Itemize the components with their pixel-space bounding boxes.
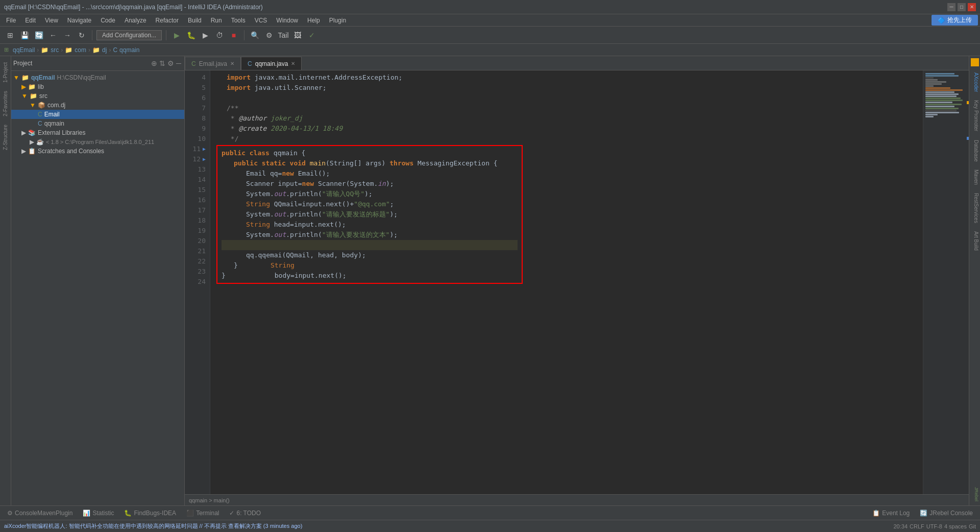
bottom-tab-todo[interactable]: ✓ 6: TODO [224, 507, 266, 519]
code-line-19: System. out .println( "请输入要发送的文本" ); [222, 230, 518, 240]
menu-edit[interactable]: Edit [21, 16, 40, 25]
menu-bar: File Edit View Navigate Code Analyze Ref… [0, 14, 980, 27]
editor-area: C Email.java ✕ C qqmain.java ✕ 4 5 6 7 8… [185, 56, 969, 505]
code-line-15: System. out .println( "请输入QQ号" ); [222, 189, 518, 199]
tree-item-scratches[interactable]: ▶ 📋 Scratches and Consoles [11, 147, 184, 156]
menu-run[interactable]: Run [207, 16, 226, 25]
panel-axcoder[interactable]: AXcoder [969, 68, 980, 96]
bottom-tab-consolemaven[interactable]: ⚙ ConsoleMavenPlugin [2, 507, 78, 519]
menu-view[interactable]: View [41, 16, 62, 25]
menu-plugin[interactable]: Plugin [325, 16, 350, 25]
menu-navigate[interactable]: Navigate [63, 16, 95, 25]
strip-project[interactable]: 1-Project [2, 58, 9, 87]
toolbar-project-button[interactable]: ⊞ [4, 29, 16, 41]
email-tab-close[interactable]: ✕ [230, 61, 234, 66]
tree-item-email[interactable]: C Email [11, 110, 184, 119]
sidebar-action-settings[interactable]: ⚙ [166, 58, 175, 68]
menu-vcs[interactable]: VCS [251, 16, 272, 25]
menu-tools[interactable]: Tools [227, 16, 250, 25]
menu-refactor[interactable]: Refactor [152, 16, 183, 25]
maximize-button[interactable]: □ [958, 3, 966, 11]
panel-database[interactable]: Database [969, 136, 980, 166]
close-button[interactable]: ✕ [968, 3, 976, 11]
settings-button[interactable]: ⚙ [263, 29, 275, 41]
bottom-tabs-bar: ⚙ ConsoleMavenPlugin 📊 Statistic 🐛 FindB… [0, 505, 980, 520]
tree-item-qqmain[interactable]: C qqmain [11, 119, 184, 128]
upload-button[interactable]: 🔷 抢先上传 [932, 15, 978, 26]
profile-button[interactable]: ⏱ [213, 29, 226, 41]
toolbar-recent-button[interactable]: ↻ [76, 29, 88, 41]
editor-tabs: C Email.java ✕ C qqmain.java ✕ [185, 56, 969, 70]
panel-jrebel-bottom[interactable]: JRebel [969, 483, 980, 505]
image-button[interactable]: 🖼 [291, 29, 304, 41]
consolemaven-label: ConsoleMavenPlugin [15, 510, 72, 517]
bottom-tab-terminal[interactable]: ⬛ Terminal [181, 507, 224, 519]
panel-maven[interactable]: Maven [969, 165, 980, 189]
breadcrumb-src[interactable]: src [51, 46, 59, 54]
stop-button[interactable]: ■ [228, 29, 240, 41]
strip-structure[interactable]: Z-Structure [2, 120, 9, 154]
breadcrumb-com[interactable]: com [75, 46, 86, 54]
toolbar-save-button[interactable]: 💾 [18, 29, 31, 41]
toolbar: ⊞ 💾 🔄 ← → ↻ Add Configuration... ▶ 🐛 ▶ ⏱… [0, 27, 980, 44]
menu-file[interactable]: File [2, 16, 20, 25]
breadcrumb-qqmain[interactable]: qqmain [119, 46, 139, 54]
bottom-breadcrumb: qqmain > main() [185, 494, 969, 505]
tree-item-jdk[interactable]: ▶ ☕ < 1.8 > C:\Program Files\Java\jdk1.8… [11, 137, 184, 147]
panel-rest-services[interactable]: RestServices [969, 189, 980, 227]
code-line-21: qq.qqemai(QQmail, head, body); [222, 250, 518, 260]
tree-item-extlibs[interactable]: ▶ 📚 External Libraries [11, 128, 184, 137]
sidebar-action-expand[interactable]: ⇅ [158, 58, 166, 68]
breadcrumb-file-icon: C [113, 46, 117, 54]
bottom-tab-statistic[interactable]: 📊 Statistic [78, 507, 119, 519]
toolbar-back-button[interactable]: ← [47, 29, 59, 41]
bottom-tab-findbugs[interactable]: 🐛 FindBugs-IDEA [119, 507, 181, 519]
status-bar: aiXcoder智能编程机器人: 智能代码补全功能在使用中遇到较高的网络延时问题… [0, 520, 980, 532]
jrebel-console-button[interactable]: 🔄 JRebel Console [915, 507, 978, 519]
tail-button[interactable]: Tail [277, 29, 289, 41]
menu-build[interactable]: Build [184, 16, 206, 25]
debug-button[interactable]: 🐛 [185, 29, 197, 41]
tree-item-lib[interactable]: ▶ 📁 lib [11, 82, 184, 91]
linenum-18: 18 [189, 215, 206, 226]
tree-item-comdj[interactable]: ▼ 📦 com.dj [11, 101, 184, 110]
tree-item-qqemail[interactable]: ▼ 📁 qqEmail H:\CSDN\qqEmail [11, 73, 184, 82]
run-with-coverage-button[interactable]: ▶ [199, 29, 211, 41]
run-button[interactable]: ▶ [170, 29, 183, 41]
tab-email[interactable]: C Email.java ✕ [185, 57, 241, 70]
tree-item-src[interactable]: ▼ 📁 src [11, 91, 184, 101]
tree-label-scratches: Scratches and Consoles [38, 148, 104, 155]
menu-help[interactable]: Help [303, 16, 324, 25]
sidebar-action-add[interactable]: ⊕ [150, 58, 158, 68]
tab-qqmain[interactable]: C qqmain.java ✕ [241, 57, 302, 70]
line-numbers: 4 5 6 7 8 9 10 11▶ 12▶ 13 14 15 16 17 18… [185, 70, 210, 494]
mini-line-12 [925, 95, 957, 97]
add-configuration-button[interactable]: Add Configuration... [96, 30, 162, 40]
linenum-11: 11▶ [189, 144, 206, 154]
breadcrumb-dj[interactable]: dj [102, 46, 107, 54]
menu-window[interactable]: Window [272, 16, 302, 25]
strip-favorites[interactable]: 2-Favorites [2, 87, 9, 120]
minimize-button[interactable]: ─ [947, 3, 955, 11]
sidebar-action-close[interactable]: ─ [175, 58, 182, 68]
check-button[interactable]: ✓ [306, 29, 318, 41]
panel-key-promoter[interactable]: Key Promoter [969, 96, 980, 135]
event-log-button[interactable]: 📋 Event Log [867, 507, 915, 519]
toolbar-forward-button[interactable]: → [61, 29, 74, 41]
tree-src-arrow: ▼ [21, 92, 28, 100]
search-button[interactable]: 🔍 [249, 29, 261, 41]
code-line-5: import java.util.Scanner; [216, 83, 917, 93]
qqmain-tab-close[interactable]: ✕ [291, 61, 295, 66]
menu-code[interactable]: Code [96, 16, 119, 25]
menu-analyze[interactable]: Analyze [120, 16, 151, 25]
tree-extlibs-arrow: ▶ [21, 129, 26, 136]
toolbar-sync-button[interactable]: 🔄 [33, 29, 45, 41]
breadcrumb-qqemail[interactable]: qqEmail [13, 46, 35, 54]
code-line-12: public static void main (String[] args) … [222, 158, 518, 168]
linenum-16: 16 [189, 195, 206, 205]
code-content[interactable]: import javax.mail.internet.AddressExcept… [210, 70, 923, 494]
panel-art-build[interactable]: Art Build [969, 227, 980, 255]
code-line-13: Email qq= new Email(); [222, 168, 518, 179]
mini-line-1 [925, 73, 954, 75]
qqmain-tab-label: qqmain.java [255, 60, 288, 67]
